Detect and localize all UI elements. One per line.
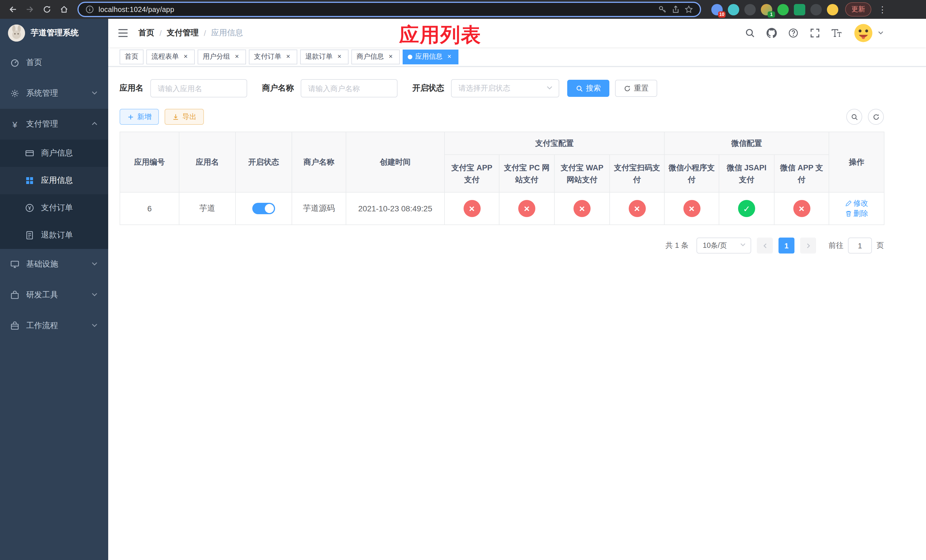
col-header-app-id: 应用编号 (120, 132, 179, 192)
sidebar-item-payment[interactable]: ¥ 支付管理 (0, 109, 108, 139)
close-icon[interactable] (182, 53, 190, 61)
chevron-down-icon (878, 28, 884, 38)
refresh-button[interactable] (868, 109, 884, 125)
browser-menu-icon[interactable]: ⋮ (875, 4, 890, 15)
address-bar[interactable]: localhost:1024/pay/app (77, 2, 701, 17)
sidebar-item-pay-order[interactable]: 支付订单 (0, 194, 108, 222)
sidebar-item-dev-tools[interactable]: 研发工具 (0, 280, 108, 310)
grid-icon (25, 176, 34, 185)
status-select[interactable]: 请选择开启状态 (451, 79, 559, 97)
home-icon[interactable] (57, 3, 71, 16)
cell-app-id: 6 (120, 192, 179, 225)
url-text[interactable]: localhost:1024/pay/app (98, 5, 654, 14)
col-header-app-name: 应用名 (179, 132, 236, 192)
site-info-icon[interactable] (85, 5, 94, 14)
close-icon[interactable] (387, 53, 395, 61)
wx-lite-status-icon (683, 200, 700, 217)
tab-refund-order[interactable]: 退款订单 (300, 49, 348, 64)
tab-label: 流程表单 (151, 52, 179, 62)
extension-profile-icon[interactable]: 1 (761, 4, 772, 15)
sidebar-item-system[interactable]: 系统管理 (0, 78, 108, 109)
share-icon[interactable] (672, 5, 680, 14)
page-size-value: 10条/页 (703, 241, 727, 250)
close-icon[interactable] (336, 53, 343, 61)
sidebar-item-app-info[interactable]: 应用信息 (0, 167, 108, 194)
reset-button[interactable]: 重置 (615, 80, 657, 97)
sidebar-toggle-icon[interactable] (117, 27, 129, 39)
alipay-pc-status-icon (518, 200, 535, 217)
extension-face-icon[interactable] (827, 4, 838, 15)
password-key-icon[interactable] (658, 5, 667, 14)
close-icon[interactable] (233, 53, 241, 61)
sidebar-item-label: 支付管理 (26, 119, 58, 129)
tab-label: 支付订单 (254, 52, 281, 62)
search-button[interactable]: 搜索 (567, 80, 609, 97)
sidebar: 芋道管理系统 首页 系统管理 ¥ 支付管理 (0, 19, 108, 560)
wx-app-status-icon (793, 200, 810, 217)
tab-process-form[interactable]: 流程表单 (146, 49, 195, 64)
col-header-alipay-pc: 支付宝 PC 网站支付 (499, 155, 554, 192)
add-button[interactable]: 新增 (120, 109, 159, 125)
toggle-search-button[interactable] (846, 109, 862, 125)
col-header-wx-lite: 微信小程序支付 (664, 155, 719, 192)
reload-icon[interactable] (40, 3, 53, 16)
status-toggle[interactable] (252, 203, 275, 214)
tab-merchant-info[interactable]: 商户信息 (351, 49, 400, 64)
merchant-name-input[interactable] (301, 79, 398, 97)
tab-home[interactable]: 首页 (120, 49, 144, 64)
tab-pay-order[interactable]: 支付订单 (249, 49, 297, 64)
extension-pin-icon[interactable] (810, 4, 822, 15)
dashboard-icon (10, 58, 20, 67)
user-menu[interactable] (853, 22, 884, 44)
sidebar-logo[interactable]: 芋道管理系统 (0, 19, 108, 47)
breadcrumb-payment[interactable]: 支付管理 (167, 28, 199, 38)
goto-page-input[interactable] (848, 238, 872, 254)
tab-label: 应用信息 (415, 52, 442, 62)
page-number-button[interactable]: 1 (779, 238, 794, 254)
sidebar-item-refund-order[interactable]: 退款订单 (0, 222, 108, 249)
sidebar-item-infrastructure[interactable]: 基础设施 (0, 249, 108, 280)
close-icon[interactable] (445, 53, 453, 61)
next-page-button[interactable] (800, 238, 816, 254)
page-size-select[interactable]: 10条/页 (696, 238, 751, 254)
search-icon[interactable] (744, 28, 755, 38)
close-icon[interactable] (284, 53, 292, 61)
sidebar-item-label: 应用信息 (41, 176, 73, 186)
font-size-icon[interactable] (831, 28, 842, 38)
annotation-title: 应用列表 (399, 22, 481, 48)
yen-icon: ¥ (10, 120, 20, 129)
sidebar-item-merchant-info[interactable]: 商户信息 (0, 139, 108, 167)
sidebar-item-label: 商户信息 (41, 148, 73, 158)
col-header-wx-jsapi: 微信 JSAPI 支付 (719, 155, 774, 192)
export-button[interactable]: 导出 (165, 109, 204, 125)
col-header-wx-app: 微信 APP 支付 (774, 155, 829, 192)
filter-form: 应用名 商户名称 开启状态 请选择开启状态 搜索 (120, 79, 884, 97)
github-icon[interactable] (766, 28, 777, 38)
app-name-input[interactable] (150, 79, 247, 97)
extension-puzzle-icon[interactable]: 10 (711, 4, 723, 15)
navbar-actions (744, 22, 884, 44)
chevron-down-icon (546, 84, 553, 92)
help-icon[interactable] (788, 28, 799, 38)
prev-page-button[interactable] (757, 238, 773, 254)
browser-update-button[interactable]: 更新 (845, 2, 872, 17)
sidebar-item-label: 基础设施 (26, 259, 58, 269)
tab-app-info[interactable]: 应用信息 (402, 49, 458, 64)
extension-green-square-icon[interactable] (794, 4, 805, 15)
forward-icon[interactable] (23, 3, 36, 16)
bookmark-star-icon[interactable] (684, 5, 693, 14)
delete-button[interactable]: 删除 (845, 209, 868, 219)
sidebar-item-workflow[interactable]: 工作流程 (0, 310, 108, 341)
extension-green-circle-icon[interactable] (777, 4, 789, 15)
tab-user-group[interactable]: 用户分组 (198, 49, 246, 64)
extension-dark-icon[interactable] (744, 4, 756, 15)
edit-button[interactable]: 修改 (845, 198, 868, 209)
fullscreen-icon[interactable] (809, 28, 820, 38)
breadcrumb-home[interactable]: 首页 (138, 28, 154, 38)
alipay-wap-status-icon (573, 200, 590, 217)
group-header-alipay: 支付宝配置 (445, 132, 664, 155)
sidebar-item-label: 系统管理 (26, 88, 58, 98)
extension-colorpick-icon[interactable] (728, 4, 739, 15)
sidebar-item-home[interactable]: 首页 (0, 47, 108, 78)
back-icon[interactable] (6, 3, 20, 16)
